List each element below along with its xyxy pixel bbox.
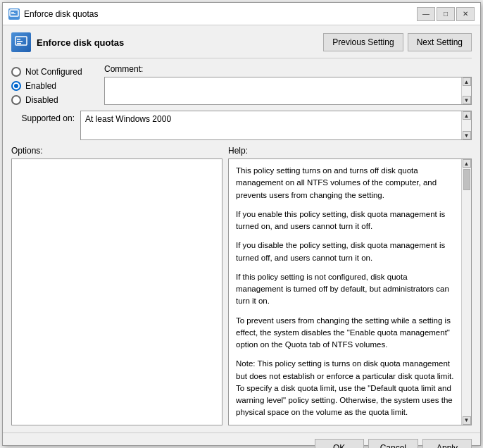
svg-rect-1: [11, 12, 14, 13]
comment-label: Comment:: [104, 64, 472, 74]
two-column-section: Options: Help: This policy setting turns…: [11, 146, 472, 425]
radio-not-configured[interactable]: Not Configured: [11, 67, 96, 77]
title-text: Enforce disk quotas: [24, 9, 98, 19]
help-scroll-down[interactable]: ▼: [463, 416, 471, 425]
supported-scrollbar: ▲ ▼: [461, 111, 471, 139]
radio-not-configured-input[interactable]: [11, 67, 21, 77]
title-bar: Enforce disk quotas — □ ✕: [3, 3, 480, 25]
header-buttons: Previous Setting Next Setting: [323, 33, 472, 51]
help-label: Help:: [228, 146, 472, 156]
supported-label: Supported on:: [11, 111, 75, 123]
footer: OK Cancel Apply: [3, 433, 480, 449]
enforce-disk-quotas-dialog: Enforce disk quotas — □ ✕ Enforce disk q: [2, 2, 481, 446]
help-column: Help: This policy setting turns on and t…: [228, 146, 472, 425]
comment-content[interactable]: [105, 77, 461, 104]
header-icon: [11, 32, 31, 52]
svg-rect-5: [17, 41, 23, 42]
help-para-6: Note: This policy setting is turns on di…: [236, 358, 454, 418]
radio-enabled-label: Enabled: [25, 81, 56, 91]
comment-box-wrapper: ▲ ▼: [104, 77, 472, 105]
column-divider: [222, 146, 228, 425]
svg-rect-0: [10, 10, 18, 16]
help-scroll-up[interactable]: ▲: [463, 159, 471, 168]
maximize-button[interactable]: □: [437, 7, 455, 21]
window-icon: [8, 8, 20, 20]
next-setting-button[interactable]: Next Setting: [408, 33, 472, 51]
supported-scroll-up[interactable]: ▲: [463, 111, 471, 120]
help-para-2: If you enable this policy setting, disk …: [236, 209, 454, 233]
options-label: Options:: [11, 146, 222, 156]
supported-scroll-down[interactable]: ▼: [463, 131, 471, 139]
header-row: Enforce disk quotas Previous Setting Nex…: [11, 32, 472, 58]
apply-button[interactable]: Apply: [422, 439, 472, 449]
settings-row: Not Configured Enabled Disabled Comment:: [11, 64, 472, 105]
help-para-1: This policy setting turns on and turns o…: [236, 165, 454, 201]
minimize-button[interactable]: —: [417, 7, 435, 21]
svg-rect-2: [11, 13, 15, 14]
radio-disabled-label: Disabled: [25, 95, 58, 105]
help-para-3: If you disable the policy setting, disk …: [236, 239, 454, 264]
comment-section: Comment: ▲ ▼: [104, 64, 472, 105]
help-para-5: To prevent users from changing the setti…: [236, 315, 454, 351]
title-controls: — □ ✕: [417, 7, 475, 21]
supported-row: Supported on: At least Windows 2000 ▲ ▼: [11, 111, 472, 140]
title-bar-left: Enforce disk quotas: [8, 8, 98, 20]
supported-box: At least Windows 2000 ▲ ▼: [80, 111, 472, 140]
radio-enabled[interactable]: Enabled: [11, 81, 96, 91]
cancel-button[interactable]: Cancel: [368, 439, 418, 449]
radio-not-configured-label: Not Configured: [25, 67, 82, 77]
svg-rect-6: [17, 43, 21, 44]
help-scroll-thumb[interactable]: [463, 169, 470, 190]
header-left: Enforce disk quotas: [11, 32, 124, 52]
comment-scroll-down[interactable]: ▼: [463, 96, 471, 104]
radio-disabled-input[interactable]: [11, 95, 21, 105]
radio-enabled-input[interactable]: [11, 81, 21, 91]
help-content: This policy setting turns on and turns o…: [229, 159, 461, 425]
close-button[interactable]: ✕: [456, 7, 475, 21]
supported-value: At least Windows 2000: [81, 111, 461, 139]
previous-setting-button[interactable]: Previous Setting: [323, 33, 403, 51]
svg-rect-4: [17, 39, 20, 40]
radio-disabled[interactable]: Disabled: [11, 95, 96, 105]
radio-group: Not Configured Enabled Disabled: [11, 64, 96, 105]
radio-enabled-dot: [14, 84, 18, 88]
ok-button[interactable]: OK: [315, 439, 364, 449]
help-para-4: If this policy setting is not configured…: [236, 271, 454, 308]
comment-scroll-up[interactable]: ▲: [463, 77, 471, 86]
content-area: Enforce disk quotas Previous Setting Nex…: [3, 25, 480, 433]
options-column: Options:: [11, 146, 222, 425]
header-title: Enforce disk quotas: [37, 37, 124, 48]
help-scrollbar: ▲ ▼: [461, 159, 471, 425]
help-box-wrapper: This policy setting turns on and turns o…: [228, 158, 472, 425]
comment-scrollbar: ▲ ▼: [461, 77, 471, 104]
options-box[interactable]: [11, 158, 222, 425]
